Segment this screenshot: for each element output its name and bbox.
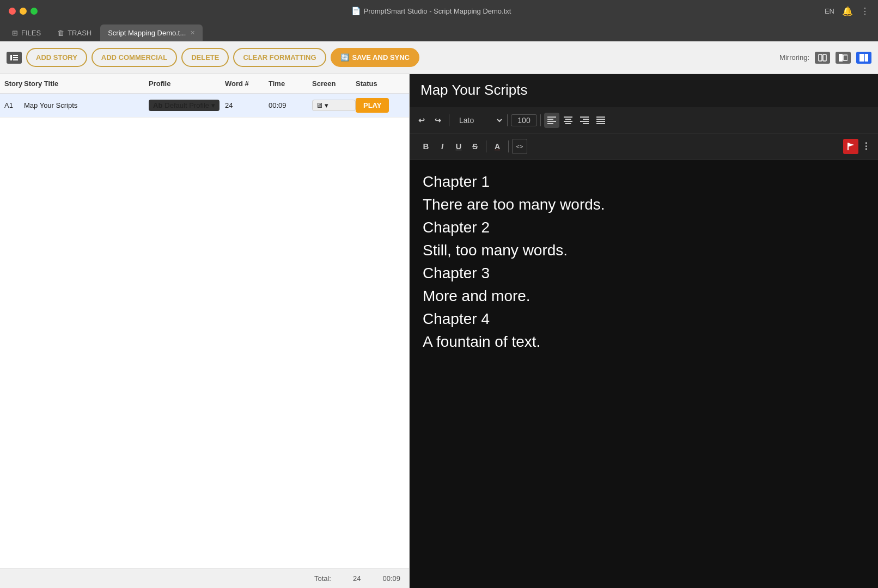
- left-panel: Story Story Title Profile Word # Time Sc…: [0, 74, 410, 588]
- bold-button[interactable]: B: [418, 139, 434, 154]
- row-story-id: A1: [4, 101, 24, 109]
- mirroring-section: Mirroring:: [779, 52, 871, 64]
- more-options-icon[interactable]: ⋮: [861, 6, 869, 16]
- font-size-input[interactable]: [511, 114, 537, 126]
- total-time: 00:09: [382, 574, 400, 583]
- minimize-button[interactable]: [20, 8, 27, 15]
- script-line-3: Chapter 2: [423, 216, 865, 239]
- traffic-lights: [9, 8, 38, 15]
- save-label: SAVE AND SYNC: [352, 53, 410, 62]
- font-selector[interactable]: Lato Arial Helvetica: [453, 115, 504, 125]
- svg-rect-0: [10, 55, 12, 60]
- more-format-button[interactable]: ⋮: [858, 139, 874, 154]
- language-selector[interactable]: EN: [825, 7, 834, 15]
- table-header: Story Story Title Profile Word # Time Sc…: [0, 74, 409, 94]
- sidebar-toggle-icon[interactable]: [7, 52, 22, 64]
- separator5: [508, 140, 509, 152]
- script-line-2: There are too many words.: [423, 193, 865, 216]
- align-center-button[interactable]: [560, 113, 576, 128]
- separator3: [540, 114, 541, 126]
- close-tab-icon[interactable]: ✕: [190, 29, 195, 36]
- separator2: [507, 114, 508, 126]
- script-tab-label: Script Mapping Demo.t...: [108, 29, 186, 37]
- tab-script[interactable]: Script Mapping Demo.t... ✕: [100, 24, 203, 41]
- svg-rect-19: [583, 119, 589, 120]
- main-area: Story Story Title Profile Word # Time Sc…: [0, 74, 878, 588]
- add-story-button[interactable]: ADD STORY: [26, 48, 87, 67]
- svg-rect-2: [13, 57, 18, 58]
- mirroring-mode2-icon[interactable]: [836, 52, 851, 64]
- tab-trash[interactable]: 🗑 TRASH: [50, 24, 99, 41]
- align-left-button[interactable]: [544, 113, 559, 128]
- screen-selector[interactable]: 🖥 ▾: [312, 100, 356, 111]
- row-status: PLAY: [356, 98, 405, 113]
- font-color-button[interactable]: A: [490, 139, 505, 154]
- profile-name: Default Profile: [164, 101, 209, 109]
- window-title: 📄 PromptSmart Studio - Script Mapping De…: [44, 7, 818, 15]
- row-story-title: Map Your Scripts: [24, 101, 149, 109]
- close-button[interactable]: [9, 8, 16, 15]
- alignment-group: [544, 113, 608, 128]
- align-justify-button[interactable]: [593, 113, 608, 128]
- script-title-area: Map Your Scripts: [410, 74, 878, 107]
- row-time: 00:09: [269, 101, 312, 109]
- svg-rect-3: [13, 59, 18, 60]
- col-profile: Profile: [149, 79, 225, 88]
- play-button[interactable]: PLAY: [356, 98, 389, 113]
- mirroring-mode1-icon[interactable]: [815, 52, 830, 64]
- undo-redo-group: ↩ ↪: [414, 113, 446, 128]
- svg-rect-20: [580, 121, 589, 122]
- trash-tab-label: TRASH: [68, 29, 92, 37]
- svg-rect-14: [564, 117, 572, 118]
- svg-rect-11: [547, 119, 553, 120]
- svg-rect-18: [580, 117, 589, 118]
- save-and-sync-button[interactable]: 🔄 SAVE AND SYNC: [331, 48, 419, 67]
- script-line-1: Chapter 1: [423, 170, 865, 193]
- files-tab-label: FILES: [21, 29, 41, 37]
- undo-button[interactable]: ↩: [414, 113, 429, 128]
- clear-formatting-button[interactable]: CLEAR FORMATTING: [233, 48, 326, 67]
- files-icon: ⊞: [12, 29, 18, 37]
- total-words: 24: [353, 574, 361, 583]
- svg-rect-22: [596, 117, 605, 118]
- align-right-button[interactable]: [577, 113, 592, 128]
- svg-rect-10: [547, 117, 556, 118]
- tab-files[interactable]: ⊞ FILES: [4, 24, 48, 41]
- svg-rect-12: [547, 121, 556, 122]
- svg-rect-13: [547, 123, 553, 124]
- separator4: [486, 140, 486, 152]
- screen-icon: 🖥: [316, 101, 323, 109]
- redo-button[interactable]: ↪: [430, 113, 446, 128]
- col-title: Story Title: [24, 79, 149, 88]
- flag-button[interactable]: [843, 139, 858, 154]
- add-commercial-button[interactable]: ADD COMMERCIAL: [92, 48, 177, 67]
- svg-rect-15: [565, 119, 571, 120]
- notifications-icon[interactable]: 🔔: [842, 6, 853, 16]
- svg-rect-16: [564, 121, 572, 122]
- col-words: Word #: [225, 79, 269, 88]
- delete-button[interactable]: DELETE: [181, 48, 229, 67]
- italic-button[interactable]: I: [435, 139, 450, 154]
- row-words: 24: [225, 101, 269, 109]
- svg-rect-17: [565, 123, 571, 124]
- underline-button[interactable]: U: [451, 139, 466, 154]
- mirroring-label: Mirroring:: [779, 53, 809, 62]
- code-button[interactable]: <>: [512, 139, 527, 154]
- maximize-button[interactable]: [31, 8, 38, 15]
- svg-rect-23: [596, 119, 605, 120]
- save-icon: 🔄: [340, 53, 349, 62]
- title-bar-controls: EN 🔔 ⋮: [825, 6, 869, 16]
- svg-rect-4: [819, 54, 822, 61]
- table-row[interactable]: A1 Map Your Scripts Ab Default Profile ▾…: [0, 94, 409, 118]
- mirroring-mode3-icon[interactable]: [856, 52, 871, 64]
- script-line-4: Still, too many words.: [423, 239, 865, 262]
- svg-rect-25: [596, 123, 605, 124]
- format-toolbar-row2: B I U S A <> ⋮: [410, 133, 878, 160]
- strikethrough-button[interactable]: S: [467, 139, 483, 154]
- profile-dropdown[interactable]: Ab Default Profile ▾: [149, 100, 220, 111]
- trash-icon: 🗑: [57, 29, 64, 37]
- svg-rect-7: [843, 55, 847, 60]
- col-screen: Screen: [312, 79, 356, 88]
- row-screen: 🖥 ▾: [312, 100, 356, 111]
- script-editor[interactable]: Chapter 1 There are too many words. Chap…: [410, 160, 878, 588]
